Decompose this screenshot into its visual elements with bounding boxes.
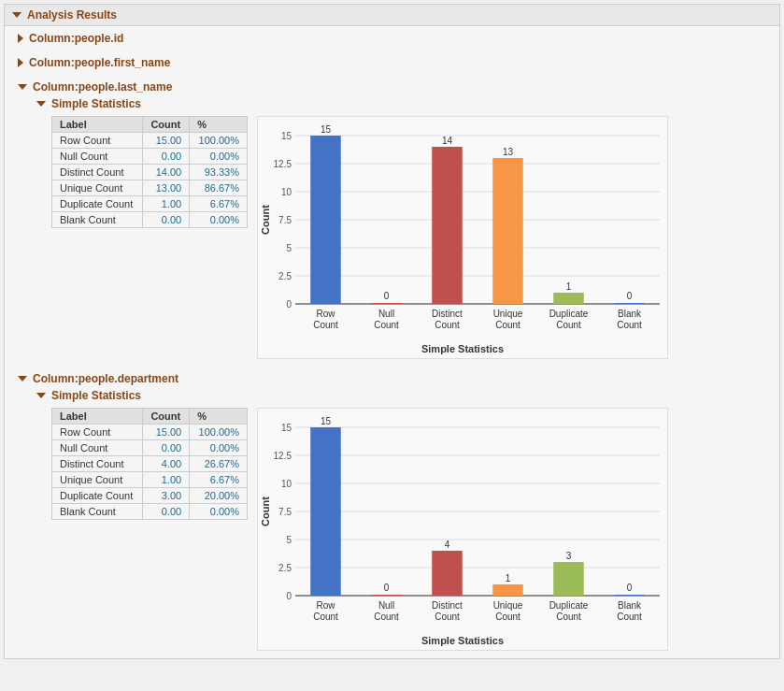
svg-text:Row: Row — [316, 309, 335, 319]
svg-text:5: 5 — [286, 535, 292, 545]
lastname-stats-table: Label Count % Row Count15.00100.00%Null … — [51, 116, 248, 228]
svg-text:Count: Count — [260, 497, 271, 526]
dept-chart: 02.557.51012.515Count15RowCount0NullCoun… — [257, 408, 668, 651]
dept-stats-table: Label Count % Row Count15.00100.00%Null … — [51, 408, 248, 520]
svg-text:Distinct: Distinct — [432, 600, 463, 611]
dept-analysis-content: Label Count % Row Count15.00100.00%Null … — [33, 404, 779, 655]
svg-rect-32 — [553, 293, 584, 304]
subsection-collapse-icon — [36, 101, 46, 107]
svg-rect-60 — [371, 595, 402, 596]
svg-text:1: 1 — [506, 573, 511, 583]
expand-icon — [18, 84, 27, 90]
svg-rect-16 — [310, 136, 341, 304]
svg-rect-24 — [432, 147, 463, 304]
svg-rect-76 — [614, 595, 645, 596]
dept-chart-svg: 02.557.51012.515Count15RowCount0NullCoun… — [258, 409, 669, 652]
svg-text:Count: Count — [556, 612, 581, 622]
svg-text:0: 0 — [384, 583, 390, 593]
svg-text:2.5: 2.5 — [278, 271, 292, 281]
svg-text:13: 13 — [503, 147, 514, 157]
column-firstname-header[interactable]: Column:people.first_name — [14, 54, 779, 71]
col-label-header: Label — [52, 117, 143, 133]
svg-rect-20 — [371, 303, 402, 304]
svg-text:Count: Count — [495, 320, 520, 330]
col-pct-header: % — [190, 117, 248, 133]
svg-text:Count: Count — [374, 320, 399, 330]
column-people-department: Column:people.department Simple Statisti… — [14, 367, 779, 658]
lastname-subsection: Simple Statistics Label Count % — [14, 95, 779, 363]
svg-text:0: 0 — [286, 591, 292, 601]
svg-text:Count: Count — [435, 612, 460, 622]
dept-simplestat-header: Simple Statistics — [33, 387, 779, 404]
svg-text:Count: Count — [617, 320, 642, 330]
svg-rect-68 — [492, 584, 523, 596]
column-firstname-label: Column:people.first_name — [29, 56, 170, 69]
svg-text:Duplicate: Duplicate — [549, 309, 589, 319]
svg-text:7.5: 7.5 — [278, 215, 292, 225]
svg-rect-72 — [553, 562, 584, 596]
svg-text:0: 0 — [384, 291, 390, 301]
svg-text:10: 10 — [281, 479, 292, 489]
dept-subsection: Simple Statistics Label Count % — [14, 387, 779, 655]
svg-text:Count: Count — [260, 205, 271, 235]
column-id-header[interactable]: Column:people.id — [14, 30, 779, 47]
svg-text:Unique: Unique — [493, 600, 523, 611]
subsection-collapse-icon — [36, 393, 46, 398]
svg-text:Duplicate: Duplicate — [549, 600, 589, 611]
dept-simplestat-label: Simple Statistics — [51, 389, 141, 402]
svg-text:Blank: Blank — [618, 600, 642, 611]
column-lastname-header[interactable]: Column:people.last_name — [14, 79, 779, 95]
column-people-id: Column:people.id — [14, 26, 779, 50]
lastname-chart-svg: 02.557.51012.515Count15RowCount0NullCoun… — [258, 117, 669, 360]
svg-text:5: 5 — [286, 243, 292, 253]
svg-text:Count: Count — [313, 320, 338, 330]
svg-text:15: 15 — [321, 124, 332, 135]
svg-text:0: 0 — [286, 299, 292, 310]
column-dept-label: Column:people.department — [33, 372, 178, 385]
col-label-header: Label — [52, 409, 143, 425]
expand-icon — [18, 376, 27, 381]
svg-text:Distinct: Distinct — [432, 309, 463, 319]
lastname-analysis-content: Label Count % Row Count15.00100.00%Null … — [33, 112, 779, 363]
svg-text:4: 4 — [445, 540, 450, 550]
svg-text:Count: Count — [617, 612, 642, 622]
svg-rect-56 — [310, 427, 341, 596]
lastname-simplestat-header: Simple Statistics — [33, 95, 779, 112]
svg-text:Count: Count — [556, 320, 581, 330]
analysis-results-title: Analysis Results — [27, 8, 117, 22]
svg-text:15: 15 — [281, 423, 292, 433]
column-dept-header[interactable]: Column:people.department — [14, 370, 779, 387]
svg-text:15: 15 — [281, 131, 292, 141]
collapse-icon — [12, 12, 21, 18]
svg-text:0: 0 — [627, 291, 633, 301]
svg-rect-36 — [614, 303, 645, 304]
col-pct-header: % — [190, 409, 248, 425]
lastname-chart-title: Simple Statistics — [258, 343, 667, 354]
svg-text:Count: Count — [435, 320, 460, 330]
svg-text:Row: Row — [316, 600, 335, 611]
svg-text:1: 1 — [566, 281, 572, 292]
col-count-header: Count — [143, 409, 190, 425]
svg-text:15: 15 — [321, 416, 332, 426]
svg-text:12.5: 12.5 — [274, 451, 292, 461]
columns-container: Column:people.id Column:people.first_nam… — [4, 26, 780, 659]
svg-text:Count: Count — [313, 612, 338, 622]
main-container: Analysis Results Column:people.id Column… — [0, 0, 784, 691]
svg-text:Unique: Unique — [493, 309, 523, 319]
column-people-lastname: Column:people.last_name Simple Statistic… — [14, 75, 779, 367]
svg-text:2.5: 2.5 — [278, 563, 292, 573]
svg-text:10: 10 — [281, 187, 292, 197]
expand-icon — [18, 34, 23, 43]
col-count-header: Count — [143, 117, 190, 133]
svg-text:3: 3 — [566, 551, 572, 561]
expand-icon — [18, 58, 23, 67]
lastname-chart: 02.557.51012.515Count15RowCount0NullCoun… — [257, 116, 668, 359]
svg-text:14: 14 — [442, 136, 453, 146]
dept-chart-title: Simple Statistics — [258, 635, 667, 646]
svg-text:Count: Count — [374, 612, 399, 622]
svg-text:Null: Null — [378, 309, 394, 319]
svg-text:Blank: Blank — [618, 309, 642, 319]
svg-text:0: 0 — [627, 583, 633, 593]
svg-text:12.5: 12.5 — [274, 159, 292, 169]
analysis-results-header[interactable]: Analysis Results — [4, 4, 780, 26]
